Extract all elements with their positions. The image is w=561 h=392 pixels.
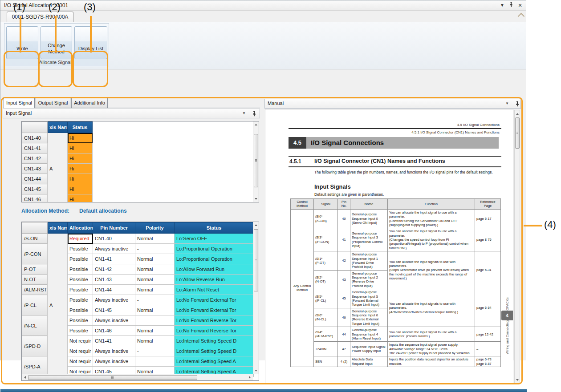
callout-rect-change-method xyxy=(38,51,73,87)
screenshot: I/O Signal Allocation : 0001 ▼ ✕ 0001-SG… xyxy=(0,0,561,392)
callout-line-2 xyxy=(55,16,57,53)
callout-label-4: (4) xyxy=(544,219,556,230)
callout-rect-write xyxy=(4,51,39,87)
callout-label-3: (3) xyxy=(84,1,96,13)
callout-line-1 xyxy=(20,16,21,53)
callout-label-2: (2) xyxy=(49,1,61,13)
device-tab[interactable]: 0001-SGD7S-R90A00A xyxy=(7,12,73,22)
callout-line-3 xyxy=(90,16,92,53)
callout-rect-display-list xyxy=(73,51,108,87)
callout-label-1: (1) xyxy=(13,1,25,13)
callout-line-4 xyxy=(524,225,542,226)
window-title-bar: I/O Signal Allocation : 0001 ▼ ✕ xyxy=(0,0,526,11)
callout-rect-main-area xyxy=(1,97,523,384)
window-bottom-bar xyxy=(0,389,527,392)
device-tab-strip: 0001-SGD7S-R90A00A xyxy=(0,10,526,22)
window-close-icon[interactable]: ✕ xyxy=(516,2,524,9)
window-pin-icon[interactable] xyxy=(507,2,515,9)
tab-input-signal[interactable]: Input Signal xyxy=(4,98,35,108)
collapse-chevron-icon[interactable] xyxy=(518,13,525,20)
window-menu-caret-icon[interactable]: ▼ xyxy=(498,2,506,9)
